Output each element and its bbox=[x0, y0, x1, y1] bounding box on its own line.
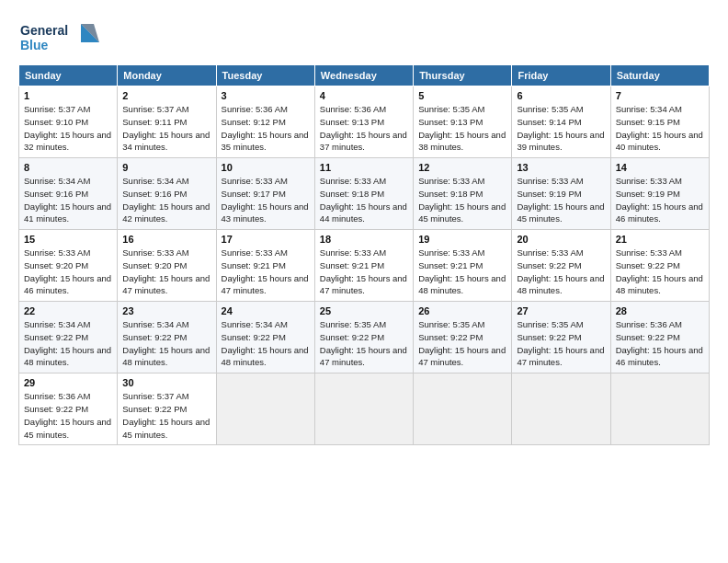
day-info: Sunrise: 5:35 AMSunset: 9:22 PMDaylight:… bbox=[418, 319, 506, 367]
day-number: 27 bbox=[517, 305, 605, 316]
day-info: Sunrise: 5:33 AMSunset: 9:18 PMDaylight:… bbox=[418, 176, 506, 224]
day-info: Sunrise: 5:36 AMSunset: 9:13 PMDaylight:… bbox=[320, 104, 407, 152]
day-number: 6 bbox=[517, 90, 605, 101]
day-number: 29 bbox=[24, 377, 112, 388]
day-info: Sunrise: 5:33 AMSunset: 9:19 PMDaylight:… bbox=[616, 176, 703, 224]
calendar-cell: 29Sunrise: 5:36 AMSunset: 9:22 PMDayligh… bbox=[19, 373, 118, 445]
day-number: 14 bbox=[616, 162, 704, 173]
calendar-cell: 27Sunrise: 5:35 AMSunset: 9:22 PMDayligh… bbox=[512, 302, 610, 373]
day-number: 21 bbox=[616, 234, 704, 245]
col-header-thursday: Thursday bbox=[414, 65, 512, 86]
day-number: 11 bbox=[320, 162, 408, 173]
day-info: Sunrise: 5:36 AMSunset: 9:12 PMDaylight:… bbox=[222, 104, 309, 152]
day-number: 1 bbox=[24, 90, 112, 101]
svg-text:Blue: Blue bbox=[20, 38, 49, 52]
day-number: 30 bbox=[122, 377, 210, 388]
day-info: Sunrise: 5:37 AMSunset: 9:22 PMDaylight:… bbox=[122, 391, 210, 439]
calendar-cell: 1Sunrise: 5:37 AMSunset: 9:10 PMDaylight… bbox=[19, 86, 118, 158]
day-number: 22 bbox=[24, 305, 112, 316]
day-info: Sunrise: 5:33 AMSunset: 9:21 PMDaylight:… bbox=[222, 247, 309, 295]
calendar-cell: 13Sunrise: 5:33 AMSunset: 9:19 PMDayligh… bbox=[512, 158, 610, 230]
day-number: 10 bbox=[222, 162, 310, 173]
day-number: 28 bbox=[616, 305, 704, 316]
day-number: 20 bbox=[517, 234, 605, 245]
day-number: 19 bbox=[418, 234, 506, 245]
col-header-saturday: Saturday bbox=[610, 65, 709, 86]
day-info: Sunrise: 5:37 AMSunset: 9:10 PMDaylight:… bbox=[24, 104, 111, 152]
calendar-cell: 19Sunrise: 5:33 AMSunset: 9:21 PMDayligh… bbox=[414, 230, 512, 302]
calendar-cell: 26Sunrise: 5:35 AMSunset: 9:22 PMDayligh… bbox=[414, 302, 512, 373]
day-info: Sunrise: 5:34 AMSunset: 9:22 PMDaylight:… bbox=[24, 319, 111, 367]
day-info: Sunrise: 5:33 AMSunset: 9:22 PMDaylight:… bbox=[517, 247, 604, 295]
logo: General Blue bbox=[18, 17, 101, 57]
day-number: 12 bbox=[418, 162, 506, 173]
day-number: 9 bbox=[122, 162, 210, 173]
calendar-cell bbox=[314, 373, 413, 445]
day-number: 26 bbox=[418, 305, 506, 316]
day-info: Sunrise: 5:35 AMSunset: 9:14 PMDaylight:… bbox=[517, 104, 604, 152]
calendar-cell: 16Sunrise: 5:33 AMSunset: 9:20 PMDayligh… bbox=[118, 230, 216, 302]
calendar-cell: 28Sunrise: 5:36 AMSunset: 9:22 PMDayligh… bbox=[610, 302, 709, 373]
day-number: 7 bbox=[616, 90, 704, 101]
calendar-cell: 18Sunrise: 5:33 AMSunset: 9:21 PMDayligh… bbox=[314, 230, 413, 302]
day-info: Sunrise: 5:33 AMSunset: 9:18 PMDaylight:… bbox=[320, 176, 407, 224]
col-header-wednesday: Wednesday bbox=[314, 65, 413, 86]
day-info: Sunrise: 5:34 AMSunset: 9:16 PMDaylight:… bbox=[122, 176, 210, 224]
calendar-table: SundayMondayTuesdayWednesdayThursdayFrid… bbox=[18, 64, 710, 445]
day-info: Sunrise: 5:34 AMSunset: 9:15 PMDaylight:… bbox=[616, 104, 703, 152]
day-number: 23 bbox=[122, 305, 210, 316]
calendar-cell: 12Sunrise: 5:33 AMSunset: 9:18 PMDayligh… bbox=[414, 158, 512, 230]
day-number: 4 bbox=[320, 90, 408, 101]
day-number: 17 bbox=[222, 234, 310, 245]
day-number: 16 bbox=[122, 234, 210, 245]
day-number: 2 bbox=[122, 90, 210, 101]
day-number: 25 bbox=[320, 305, 408, 316]
calendar-cell bbox=[512, 373, 610, 445]
col-header-friday: Friday bbox=[512, 65, 610, 86]
day-info: Sunrise: 5:33 AMSunset: 9:20 PMDaylight:… bbox=[24, 247, 111, 295]
calendar-cell: 4Sunrise: 5:36 AMSunset: 9:13 PMDaylight… bbox=[314, 86, 413, 158]
day-info: Sunrise: 5:34 AMSunset: 9:22 PMDaylight:… bbox=[222, 319, 309, 367]
day-info: Sunrise: 5:34 AMSunset: 9:22 PMDaylight:… bbox=[122, 319, 210, 367]
day-number: 13 bbox=[517, 162, 605, 173]
calendar-cell: 30Sunrise: 5:37 AMSunset: 9:22 PMDayligh… bbox=[118, 373, 216, 445]
calendar-cell bbox=[414, 373, 512, 445]
day-number: 15 bbox=[24, 234, 112, 245]
day-info: Sunrise: 5:33 AMSunset: 9:22 PMDaylight:… bbox=[616, 247, 703, 295]
col-header-tuesday: Tuesday bbox=[216, 65, 314, 86]
day-number: 18 bbox=[320, 234, 408, 245]
calendar-cell: 14Sunrise: 5:33 AMSunset: 9:19 PMDayligh… bbox=[610, 158, 709, 230]
day-info: Sunrise: 5:33 AMSunset: 9:19 PMDaylight:… bbox=[517, 176, 604, 224]
calendar-cell: 10Sunrise: 5:33 AMSunset: 9:17 PMDayligh… bbox=[216, 158, 314, 230]
calendar-cell bbox=[610, 373, 709, 445]
calendar-cell: 20Sunrise: 5:33 AMSunset: 9:22 PMDayligh… bbox=[512, 230, 610, 302]
calendar-cell: 15Sunrise: 5:33 AMSunset: 9:20 PMDayligh… bbox=[19, 230, 118, 302]
calendar-cell: 24Sunrise: 5:34 AMSunset: 9:22 PMDayligh… bbox=[216, 302, 314, 373]
day-info: Sunrise: 5:33 AMSunset: 9:17 PMDaylight:… bbox=[222, 176, 309, 224]
calendar-cell bbox=[216, 373, 314, 445]
calendar-cell: 11Sunrise: 5:33 AMSunset: 9:18 PMDayligh… bbox=[314, 158, 413, 230]
day-number: 3 bbox=[222, 90, 310, 101]
day-info: Sunrise: 5:35 AMSunset: 9:22 PMDaylight:… bbox=[320, 319, 407, 367]
calendar-cell: 7Sunrise: 5:34 AMSunset: 9:15 PMDaylight… bbox=[610, 86, 709, 158]
svg-text:General: General bbox=[20, 23, 68, 38]
day-info: Sunrise: 5:33 AMSunset: 9:21 PMDaylight:… bbox=[320, 247, 407, 295]
day-info: Sunrise: 5:37 AMSunset: 9:11 PMDaylight:… bbox=[122, 104, 210, 152]
calendar-cell: 22Sunrise: 5:34 AMSunset: 9:22 PMDayligh… bbox=[19, 302, 118, 373]
day-info: Sunrise: 5:35 AMSunset: 9:22 PMDaylight:… bbox=[517, 319, 604, 367]
day-number: 5 bbox=[418, 90, 506, 101]
calendar-cell: 2Sunrise: 5:37 AMSunset: 9:11 PMDaylight… bbox=[118, 86, 216, 158]
calendar-cell: 9Sunrise: 5:34 AMSunset: 9:16 PMDaylight… bbox=[118, 158, 216, 230]
day-info: Sunrise: 5:36 AMSunset: 9:22 PMDaylight:… bbox=[24, 391, 111, 439]
calendar-cell: 5Sunrise: 5:35 AMSunset: 9:13 PMDaylight… bbox=[414, 86, 512, 158]
calendar-cell: 25Sunrise: 5:35 AMSunset: 9:22 PMDayligh… bbox=[314, 302, 413, 373]
col-header-sunday: Sunday bbox=[19, 65, 118, 86]
day-number: 8 bbox=[24, 162, 112, 173]
day-info: Sunrise: 5:36 AMSunset: 9:22 PMDaylight:… bbox=[616, 319, 703, 367]
col-header-monday: Monday bbox=[118, 65, 216, 86]
calendar-cell: 21Sunrise: 5:33 AMSunset: 9:22 PMDayligh… bbox=[610, 230, 709, 302]
day-info: Sunrise: 5:33 AMSunset: 9:20 PMDaylight:… bbox=[122, 247, 210, 295]
day-info: Sunrise: 5:34 AMSunset: 9:16 PMDaylight:… bbox=[24, 176, 111, 224]
day-number: 24 bbox=[222, 305, 310, 316]
calendar-cell: 3Sunrise: 5:36 AMSunset: 9:12 PMDaylight… bbox=[216, 86, 314, 158]
